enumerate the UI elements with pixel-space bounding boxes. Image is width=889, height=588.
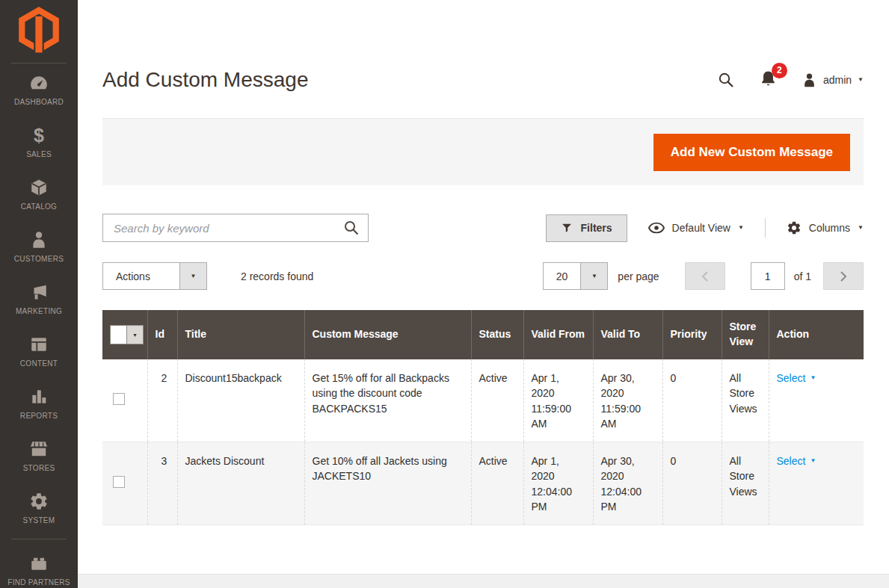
column-header-valid-from[interactable]: Valid From [523, 310, 593, 359]
cell-title: Discount15backpack [177, 359, 304, 442]
row-select-action[interactable]: Select ▼ [777, 371, 816, 386]
sidebar-item-label: STORES [23, 464, 55, 472]
grid-controls-bottom: Actions ▼ 2 records found 20 ▼ per page … [102, 262, 864, 290]
catalog-icon [29, 178, 49, 197]
next-page-button[interactable] [823, 262, 864, 290]
column-header-valid-to[interactable]: Valid To [593, 310, 662, 359]
gear-icon [787, 220, 802, 235]
cell-action: Select ▼ [769, 359, 864, 442]
custom-messages-table: ▼ Id Title Custom Message Status Valid F… [102, 310, 864, 525]
cell-status: Active [471, 359, 523, 442]
select-all-checkbox[interactable] [111, 326, 127, 344]
search-input[interactable] [102, 214, 369, 242]
sidebar-item-label: REPORTS [20, 412, 58, 420]
filters-button[interactable]: Filters [546, 214, 627, 242]
sidebar-item-dashboard[interactable]: DASHBOARD [0, 64, 78, 116]
row-select-action[interactable]: Select ▼ [777, 454, 816, 468]
notification-badge: 2 [772, 63, 787, 78]
table-row: 3 Jackets Discount Get 10% off all Jacke… [102, 442, 864, 525]
column-header-title[interactable]: Title [177, 310, 304, 359]
column-header-custom-message[interactable]: Custom Message [304, 310, 471, 359]
column-header-priority[interactable]: Priority [662, 310, 722, 359]
row-checkbox-cell [102, 359, 147, 442]
keyword-search [102, 214, 369, 242]
caret-down-icon: ▼ [858, 77, 864, 83]
cell-title: Jackets Discount [177, 442, 304, 525]
notifications-button[interactable]: 2 [759, 69, 778, 91]
add-new-custom-message-button[interactable]: Add New Custom Message [653, 134, 850, 171]
sidebar-item-label: SALES [26, 150, 52, 158]
cell-valid-from: Apr 1, 2020 12:04:00 PM [523, 442, 593, 525]
page-total-label: of 1 [794, 270, 811, 282]
grid-controls-top: Filters Default View ▼ Columns ▼ [102, 214, 864, 242]
reports-icon [29, 387, 49, 406]
row-checkbox[interactable] [113, 393, 125, 405]
per-page-label: per page [618, 270, 659, 282]
sales-icon: $ [34, 126, 44, 145]
marketing-icon [29, 282, 49, 302]
dashboard-icon [29, 73, 49, 93]
sidebar-item-label: DASHBOARD [14, 98, 64, 106]
cell-action: Select ▼ [769, 442, 864, 525]
filter-icon [561, 222, 573, 234]
chevron-left-icon [701, 270, 710, 282]
cell-store-view: All Store Views [722, 359, 769, 442]
sidebar-item-label: SYSTEM [23, 516, 55, 524]
footer-bar [78, 574, 889, 588]
page-header: Add Custom Message 2 admin ▼ [102, 64, 864, 96]
caret-down-icon[interactable]: ▼ [179, 263, 206, 289]
sidebar-item-content[interactable]: CONTENT [0, 325, 78, 377]
magento-logo[interactable] [0, 0, 78, 58]
search-submit-icon[interactable] [342, 219, 360, 240]
vertical-divider [765, 218, 766, 238]
cell-status: Active [471, 442, 523, 525]
cell-custom-message: Get 15% off for all Backpacks using the … [304, 359, 471, 442]
previous-page-button[interactable] [685, 262, 725, 290]
sidebar-item-stores[interactable]: STORES [0, 430, 78, 482]
per-page-select[interactable]: 20 ▼ [543, 262, 609, 290]
page-number-input[interactable] [751, 262, 785, 290]
system-icon [29, 492, 49, 511]
select-all-caret[interactable]: ▼ [127, 326, 143, 344]
column-header-id[interactable]: Id [147, 310, 177, 359]
sidebar-item-label: MARKETING [16, 307, 62, 315]
sidebar-item-customers[interactable]: CUSTOMERS [0, 220, 78, 273]
column-header-action[interactable]: Action [769, 310, 864, 359]
caret-down-icon: ▼ [810, 375, 816, 381]
global-search-icon[interactable] [717, 71, 735, 89]
sidebar-nav: DASHBOARD $ SALES CATALOG CUSTOMERS MARK… [0, 64, 78, 588]
select-all-header: ▼ [102, 310, 147, 359]
admin-username: admin [823, 74, 852, 86]
cell-valid-from: Apr 1, 2020 11:59:00 AM [523, 359, 593, 442]
sidebar-item-marketing[interactable]: MARKETING [0, 273, 78, 325]
sidebar-item-find-partners[interactable]: FIND PARTNERS [0, 544, 78, 588]
cell-priority: 0 [662, 442, 722, 525]
chevron-right-icon [839, 270, 848, 282]
sidebar-divider [11, 539, 67, 539]
sidebar-item-reports[interactable]: REPORTS [0, 377, 78, 430]
columns-button[interactable]: Columns ▼ [787, 220, 864, 235]
sidebar-item-label: CATALOG [21, 202, 57, 211]
stores-icon [29, 439, 49, 459]
cell-valid-to: Apr 30, 2020 12:04:00 PM [593, 442, 662, 525]
cell-id: 2 [147, 359, 177, 442]
default-view-button[interactable]: Default View ▼ [648, 222, 744, 234]
sidebar-item-label: CONTENT [20, 359, 58, 368]
column-header-store-view[interactable]: Store View [722, 310, 769, 359]
admin-menu[interactable]: admin ▼ [802, 72, 864, 88]
caret-down-icon[interactable]: ▼ [580, 263, 607, 289]
column-header-status[interactable]: Status [471, 310, 523, 359]
find-partners-icon [29, 554, 49, 573]
sidebar-item-system[interactable]: SYSTEM [0, 482, 78, 534]
main-content: Add Custom Message 2 admin ▼ Add New Cus… [78, 64, 889, 525]
cell-custom-message: Get 10% off all Jackets using JACKETS10 [304, 442, 471, 525]
table-header-row: ▼ Id Title Custom Message Status Valid F… [102, 310, 864, 359]
sidebar-item-catalog[interactable]: CATALOG [0, 168, 78, 220]
row-checkbox[interactable] [113, 476, 125, 488]
actions-select[interactable]: Actions ▼ [102, 262, 207, 290]
caret-down-icon: ▼ [810, 458, 816, 464]
table-row: 2 Discount15backpack Get 15% off for all… [102, 359, 864, 442]
records-found-text: 2 records found [241, 270, 313, 282]
row-checkbox-cell [102, 442, 147, 525]
sidebar-item-sales[interactable]: $ SALES [0, 116, 78, 168]
